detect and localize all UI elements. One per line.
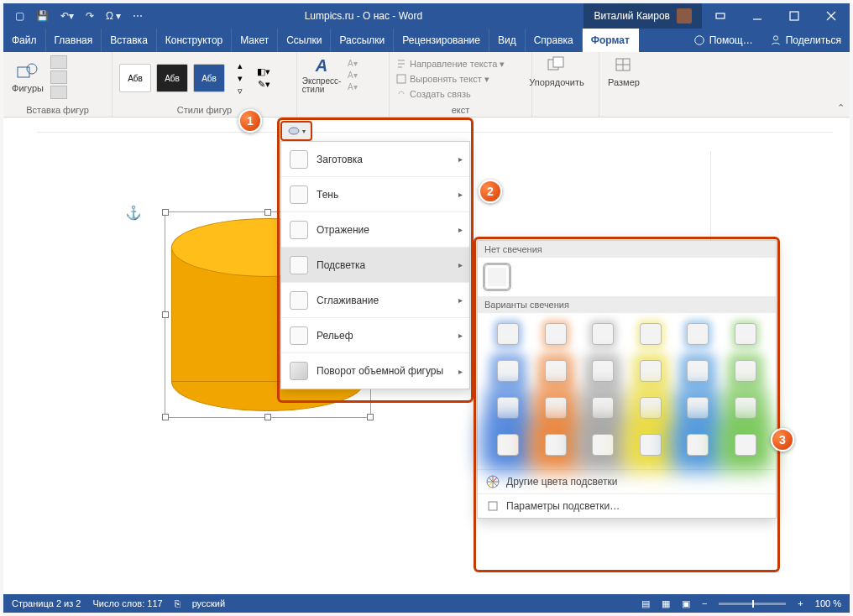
menu-reflection[interactable]: Отражение▸: [281, 212, 469, 248]
menu-soft-edges[interactable]: Сглаживание▸: [281, 283, 469, 318]
no-glow-swatch[interactable]: [484, 264, 510, 290]
glow-swatch[interactable]: [735, 360, 756, 382]
text-outline-icon[interactable]: A▾: [348, 70, 358, 80]
tab-design[interactable]: Конструктор: [157, 29, 232, 52]
shape-outline-icon[interactable]: ✎▾: [257, 80, 270, 90]
glow-swatch[interactable]: [640, 323, 662, 345]
shape-style-3[interactable]: Абв: [193, 64, 225, 92]
tab-mailings[interactable]: Рассылки: [331, 29, 394, 52]
status-words[interactable]: Число слов: 117: [92, 598, 162, 608]
zoom-value[interactable]: 100 %: [815, 598, 841, 608]
glow-swatch[interactable]: [497, 397, 519, 419]
size-button[interactable]: Размер: [606, 55, 641, 87]
shape-fill-icon[interactable]: ◧▾: [257, 67, 270, 77]
zoom-slider[interactable]: [719, 603, 786, 605]
ribbon-mode-icon[interactable]: [702, 3, 739, 29]
no-glow-header: Нет свечения: [478, 241, 776, 258]
svg-point-8: [27, 64, 37, 74]
tab-view[interactable]: Вид: [489, 29, 526, 52]
user-account[interactable]: Виталий Каиров: [583, 3, 702, 29]
tab-references[interactable]: Ссылки: [278, 29, 331, 52]
glow-swatch[interactable]: [735, 323, 756, 345]
ruler[interactable]: [37, 117, 833, 133]
undo-icon[interactable]: ↶▾: [60, 10, 74, 22]
tab-file[interactable]: Файл: [3, 29, 46, 52]
menu-3d-rotation[interactable]: Поворот объемной фигуры▸: [281, 353, 469, 389]
menu-glow[interactable]: Подсветка▸: [281, 248, 469, 283]
document-area: ⚓ ▾ 1 2 3 Заготовка▸ Тень▸ Отражение▸ По…: [3, 117, 850, 594]
style-scroll-up-icon[interactable]: ▴: [233, 60, 247, 70]
style-more-icon[interactable]: ▿: [233, 86, 247, 96]
collapse-ribbon-icon[interactable]: ⌃: [837, 102, 845, 113]
more-glow-colors[interactable]: Другие цвета подсветки: [478, 469, 776, 493]
share-button[interactable]: Поделиться: [761, 29, 850, 52]
glow-swatch[interactable]: [545, 360, 567, 382]
glow-swatch[interactable]: [592, 323, 614, 345]
menu-shadow[interactable]: Тень▸: [281, 177, 469, 212]
statusbar: Страница 2 из 2 Число слов: 117 ⎘ русски…: [3, 594, 850, 613]
glow-swatch[interactable]: [497, 434, 519, 456]
view-read-icon[interactable]: ▤: [641, 598, 650, 609]
glow-swatch[interactable]: [735, 434, 756, 456]
glow-swatch[interactable]: [497, 323, 519, 345]
glow-swatch[interactable]: [735, 397, 756, 419]
qat-more-icon[interactable]: ⋯: [133, 10, 143, 22]
group-label-text: екст: [396, 103, 525, 115]
menu-preset[interactable]: Заготовка▸: [281, 142, 469, 177]
tab-help[interactable]: Справка: [526, 29, 583, 52]
redo-icon[interactable]: ↷: [86, 10, 94, 22]
zoom-out-icon[interactable]: −: [702, 598, 707, 608]
tab-layout[interactable]: Макет: [232, 29, 278, 52]
glow-swatch[interactable]: [497, 360, 519, 382]
shapes-button[interactable]: Фигуры: [10, 61, 45, 93]
shape-style-1[interactable]: Абв: [119, 64, 151, 92]
close-icon[interactable]: [813, 3, 850, 29]
view-print-icon[interactable]: ▦: [662, 598, 670, 609]
maximize-icon[interactable]: [776, 3, 813, 29]
text-effects-icon[interactable]: A▾: [348, 82, 358, 91]
view-web-icon[interactable]: ▣: [682, 598, 690, 609]
group-label-insert: Вставка фигур: [10, 103, 105, 115]
glow-swatch[interactable]: [545, 323, 567, 345]
omega-icon[interactable]: Ω ▾: [106, 10, 121, 22]
glow-swatch[interactable]: [687, 397, 709, 419]
glow-swatch[interactable]: [592, 397, 614, 419]
proofing-icon[interactable]: ⎘: [175, 598, 181, 608]
text-direction-button[interactable]: Направление текста ▾: [396, 57, 525, 70]
glow-swatch[interactable]: [687, 323, 709, 345]
status-language[interactable]: русский: [192, 598, 225, 608]
glow-swatch[interactable]: [640, 434, 662, 456]
tell-me[interactable]: Помощ…: [685, 29, 761, 52]
edit-shape-stack[interactable]: [50, 55, 67, 99]
tab-review[interactable]: Рецензирование: [394, 29, 489, 52]
tab-format[interactable]: Формат: [583, 29, 639, 52]
glow-options[interactable]: Параметры подсветки…: [478, 493, 776, 518]
glow-swatch[interactable]: [592, 360, 614, 382]
shape-effects-button[interactable]: ▾: [280, 121, 312, 141]
glow-swatch[interactable]: [687, 360, 709, 382]
svg-point-6: [773, 36, 777, 40]
menu-bevel[interactable]: Рельеф▸: [281, 318, 469, 353]
tab-home[interactable]: Главная: [46, 29, 102, 52]
wordart-styles-button[interactable]: A Экспресс-стили: [304, 55, 339, 94]
svg-rect-2: [790, 12, 798, 20]
shape-style-2[interactable]: Абв: [156, 64, 188, 92]
autosave-icon[interactable]: ▢: [15, 10, 24, 22]
zoom-in-icon[interactable]: +: [798, 598, 803, 608]
text-fill-icon[interactable]: A▾: [348, 59, 358, 68]
align-text-button[interactable]: Выровнять текст ▾: [396, 72, 525, 86]
menubar: Файл Главная Вставка Конструктор Макет С…: [3, 29, 850, 52]
glow-swatch[interactable]: [640, 360, 662, 382]
minimize-icon[interactable]: [739, 3, 776, 29]
glow-swatch[interactable]: [592, 434, 614, 456]
tab-insert[interactable]: Вставка: [102, 29, 157, 52]
create-link-button[interactable]: Создать связь: [396, 87, 525, 101]
glow-swatch[interactable]: [545, 397, 567, 419]
glow-swatch[interactable]: [687, 434, 709, 456]
glow-swatch[interactable]: [545, 434, 567, 456]
glow-swatch[interactable]: [640, 397, 662, 419]
arrange-button[interactable]: Упорядочить: [539, 55, 574, 87]
status-page[interactable]: Страница 2 из 2: [12, 598, 81, 608]
style-scroll-down-icon[interactable]: ▾: [233, 73, 247, 83]
save-icon[interactable]: 💾: [36, 10, 49, 22]
